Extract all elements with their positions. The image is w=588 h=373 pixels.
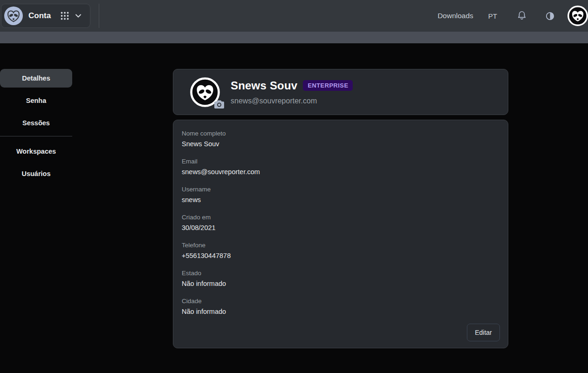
field-label: Telefone xyxy=(182,242,499,249)
field-value: 30/08/2021 xyxy=(182,224,499,231)
field-email: Email snews@souvreporter.com xyxy=(182,158,499,186)
app-title: Conta xyxy=(28,11,51,20)
sidebar-item-usuarios[interactable]: Usuários xyxy=(0,164,72,183)
app-logo-owl-icon xyxy=(4,7,23,25)
workspace-switcher[interactable]: Conta xyxy=(1,4,90,28)
field-label: Username xyxy=(182,186,499,193)
field-value: +556130447878 xyxy=(182,252,499,259)
field-value: Não informado xyxy=(182,280,499,287)
chevron-down-icon[interactable] xyxy=(74,12,82,20)
profile-summary-card: Snews Souv ENTERPRISE snews@souvreporter… xyxy=(173,69,508,115)
profile-avatar[interactable] xyxy=(190,77,220,107)
language-selector[interactable]: PT xyxy=(488,12,497,20)
apps-grid-icon[interactable] xyxy=(60,11,69,20)
field-cidade: Cidade Não informado xyxy=(182,298,499,326)
field-nome-completo: Nome completo Snews Souv xyxy=(182,130,499,158)
navbar-sub-strip xyxy=(0,32,588,43)
field-label: Cidade xyxy=(182,298,499,305)
user-avatar-owl-icon[interactable] xyxy=(567,6,588,26)
field-value: Snews Souv xyxy=(182,140,499,148)
sidebar-divider xyxy=(0,136,72,136)
field-value: snews xyxy=(182,196,499,203)
notifications-bell-icon[interactable] xyxy=(517,10,527,21)
sidebar-item-workspaces[interactable]: Workspaces xyxy=(0,142,72,161)
field-estado: Estado Não informado xyxy=(182,270,499,298)
field-username: Username snews xyxy=(182,186,499,214)
downloads-link[interactable]: Downloads xyxy=(438,12,473,20)
field-criado-em: Criado em 30/08/2021 xyxy=(182,214,499,242)
edit-button[interactable]: Editar xyxy=(467,324,500,341)
field-label: Nome completo xyxy=(182,130,499,137)
profile-email: snews@souvreporter.com xyxy=(231,97,353,105)
sidebar-item-detalhes[interactable]: Detalhes xyxy=(0,69,72,88)
top-navbar: Conta Downloads PT xyxy=(0,0,588,32)
field-label: Email xyxy=(182,158,499,165)
account-details-card: Nome completo Snews Souv Email snews@sou… xyxy=(173,120,508,348)
camera-icon[interactable] xyxy=(214,100,225,109)
theme-contrast-icon[interactable] xyxy=(546,12,554,20)
field-value: snews@souvreporter.com xyxy=(182,168,499,176)
plan-badge: ENTERPRISE xyxy=(303,80,353,91)
navbar-divider xyxy=(99,4,99,28)
sidebar-item-senha[interactable]: Senha xyxy=(0,91,72,110)
sidebar-item-sessoes[interactable]: Sessões xyxy=(0,114,72,132)
settings-sidebar: Detalhes Senha Sessões Workspaces Usuári… xyxy=(0,69,72,187)
field-telefone: Telefone +556130447878 xyxy=(182,242,499,270)
field-label: Criado em xyxy=(182,214,499,221)
field-label: Estado xyxy=(182,270,499,277)
field-value: Não informado xyxy=(182,308,499,315)
profile-name: Snews Souv xyxy=(231,79,297,92)
